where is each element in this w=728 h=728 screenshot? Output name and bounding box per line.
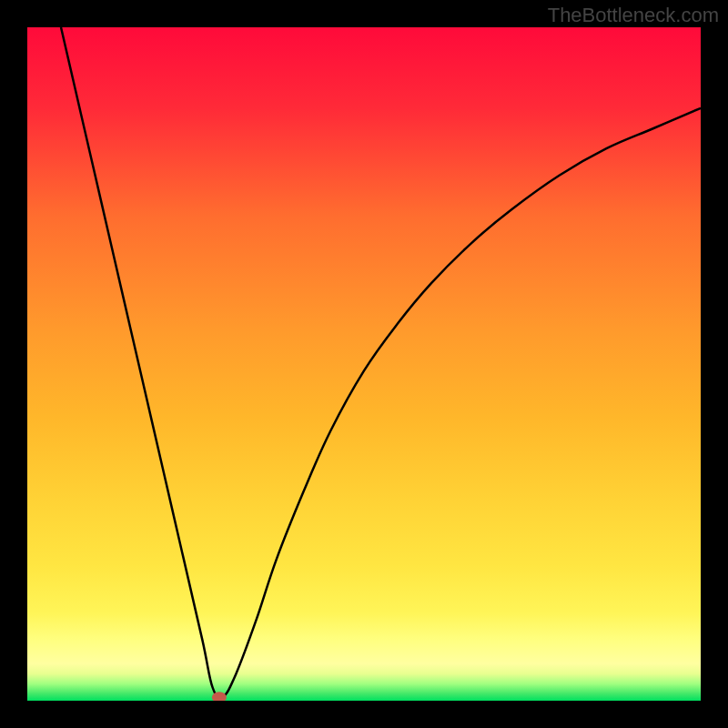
bottleneck-curve-svg (27, 27, 701, 701)
watermark-text: TheBottleneck.com (548, 4, 719, 27)
plot-area (27, 27, 701, 701)
bottleneck-curve (61, 27, 701, 698)
